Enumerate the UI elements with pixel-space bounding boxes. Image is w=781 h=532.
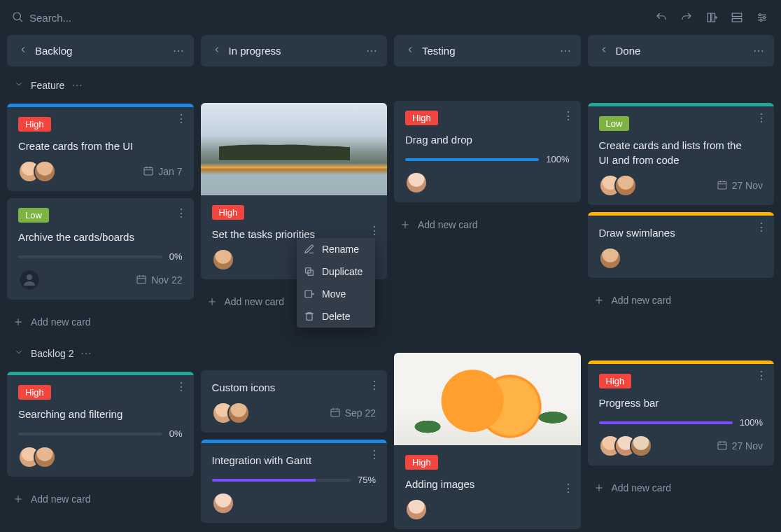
svg-line-1 — [20, 19, 22, 21]
card[interactable]: Low Create cards and lists from the UI a… — [588, 103, 775, 205]
avatar[interactable] — [227, 402, 250, 424]
add-card-label: Add new card — [612, 482, 672, 493]
column-header-backlog[interactable]: Backlog — [7, 35, 194, 66]
card[interactable]: Custom icons Sep 22 — [201, 370, 388, 433]
avatar-placeholder[interactable] — [18, 269, 41, 291]
toolbar — [0, 0, 781, 35]
card-menu-icon[interactable] — [756, 222, 767, 233]
card[interactable]: Low Archive the cards/boards 0% — [7, 198, 194, 300]
priority-tag: High — [405, 455, 438, 470]
chevron-left-icon[interactable] — [18, 45, 28, 57]
card-title: Create cards and lists from the UI and f… — [599, 138, 764, 167]
add-card-label: Add new card — [225, 296, 285, 307]
avatar[interactable] — [630, 435, 652, 457]
swimlane-menu-icon[interactable] — [71, 80, 84, 91]
card-menu-icon[interactable] — [176, 113, 187, 125]
column-header-done[interactable]: Done — [588, 35, 775, 66]
calendar-icon — [143, 165, 154, 178]
avatar[interactable] — [34, 446, 56, 468]
card[interactable]: High Searching and filtering 0% — [7, 372, 194, 477]
avatar[interactable] — [614, 174, 637, 197]
kanban-board: Backlog Feature High Create cards from t… — [0, 35, 781, 532]
svg-rect-15 — [144, 167, 153, 175]
add-card-button[interactable]: Add new card — [7, 309, 194, 335]
svg-rect-51 — [307, 314, 312, 320]
card-menu-icon[interactable] — [756, 370, 767, 382]
add-card-button[interactable]: Add new card — [588, 475, 775, 500]
chevron-left-icon[interactable] — [212, 45, 222, 57]
menu-item-label: Move — [322, 288, 346, 300]
swimlane-header-b2[interactable]: Backlog 2 — [7, 342, 194, 365]
menu-item-label: Duplicate — [322, 266, 363, 277]
card-menu-icon[interactable] — [563, 483, 574, 494]
avatar[interactable] — [599, 247, 621, 270]
card[interactable]: Draw swimlanes — [588, 212, 775, 278]
card-menu-icon[interactable] — [756, 113, 767, 124]
add-card-button[interactable]: Add new card — [394, 212, 581, 237]
column-menu-icon[interactable] — [560, 46, 572, 57]
card-title: Searching and filtering — [18, 407, 183, 421]
card[interactable]: High Drag and drop 100% — [394, 101, 581, 202]
date-text: 27 Nov — [732, 440, 763, 451]
chevron-down-icon[interactable] — [14, 79, 24, 91]
chevron-left-icon[interactable] — [599, 45, 609, 57]
card-menu-icon[interactable] — [369, 449, 380, 461]
calendar-icon — [717, 179, 728, 192]
swimlane-menu-icon[interactable] — [80, 348, 93, 359]
add-swimlane-icon[interactable] — [729, 10, 745, 25]
avatars — [18, 160, 49, 183]
card[interactable]: Integration with Gantt 75% — [201, 440, 388, 523]
priority-tag: High — [18, 117, 51, 132]
menu-item-duplicate[interactable]: Duplicate — [297, 260, 375, 283]
date-text: Jan 7 — [158, 166, 182, 177]
progress-bar — [18, 433, 162, 435]
add-card-label: Add new card — [612, 295, 672, 306]
column-title: In progress — [229, 45, 377, 57]
column-title: Done — [616, 45, 764, 57]
avatar[interactable] — [212, 492, 234, 514]
calendar-icon — [330, 407, 341, 420]
menu-item-delete[interactable]: Delete — [297, 305, 375, 328]
column-header-in-progress[interactable]: In progress — [201, 35, 388, 66]
card[interactable]: High Adding images — [394, 353, 581, 529]
avatar[interactable] — [212, 248, 234, 271]
chevron-down-icon[interactable] — [14, 347, 24, 359]
card-menu-icon[interactable] — [176, 208, 187, 219]
column-header-testing[interactable]: Testing — [394, 35, 581, 66]
card-title: Custom icons — [212, 380, 377, 395]
add-column-icon[interactable] — [704, 10, 719, 25]
column-menu-icon[interactable] — [173, 46, 185, 57]
add-card-button[interactable]: Add new card — [7, 486, 194, 512]
due-date: Sep 22 — [330, 407, 376, 420]
card-menu-icon[interactable] — [563, 111, 574, 122]
column-menu-icon[interactable] — [366, 46, 379, 57]
due-date: 27 Nov — [717, 179, 763, 192]
menu-item-move[interactable]: Move — [297, 283, 375, 305]
menu-item-rename[interactable]: Rename — [297, 238, 375, 260]
due-date: 27 Nov — [717, 440, 763, 453]
column-title: Backlog — [35, 45, 183, 57]
add-card-label: Add new card — [418, 219, 478, 230]
chevron-left-icon[interactable] — [405, 45, 415, 57]
card[interactable]: High Progress bar 100% — [588, 360, 775, 465]
settings-icon[interactable] — [754, 10, 770, 25]
avatar[interactable] — [405, 498, 428, 521]
progress-bar — [212, 479, 351, 482]
menu-item-label: Delete — [322, 311, 350, 322]
redo-icon[interactable] — [679, 10, 694, 25]
swimlane-header-feature[interactable]: Feature — [7, 74, 194, 97]
column-menu-icon[interactable] — [753, 46, 766, 57]
card-menu-icon[interactable] — [369, 225, 380, 237]
search-input[interactable] — [29, 12, 239, 24]
calendar-icon — [717, 440, 728, 453]
card[interactable]: High Create cards from the UI Jan 7 — [7, 104, 194, 191]
search-field[interactable] — [11, 10, 648, 25]
card-menu-icon[interactable] — [369, 380, 380, 391]
due-date: Nov 22 — [136, 274, 182, 287]
avatar[interactable] — [405, 172, 428, 194]
progress-label: 0% — [169, 251, 183, 262]
undo-icon[interactable] — [654, 10, 669, 25]
card-menu-icon[interactable] — [176, 382, 187, 393]
avatar[interactable] — [34, 160, 56, 183]
add-card-button[interactable]: Add new card — [588, 288, 775, 313]
